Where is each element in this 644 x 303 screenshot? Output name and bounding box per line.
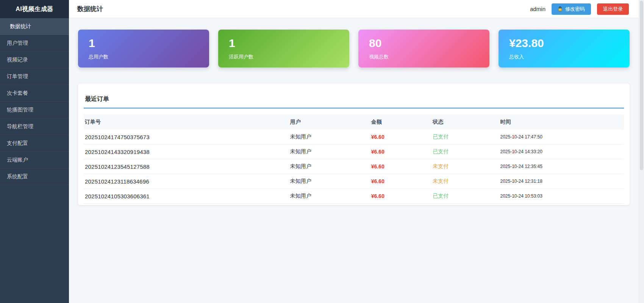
sidebar-item-label: 数据统计 — [10, 23, 31, 30]
sidebar-item-videos[interactable]: 视频记录 — [0, 52, 69, 68]
sidebar-item-label: 支付配置 — [7, 140, 28, 147]
stat-card-active-users: 1 活跃用户数 — [218, 30, 349, 68]
stat-card-total-users: 1 总用户数 — [78, 30, 209, 68]
topbar: 数据统计 admin 修改密码 退出登录 — [69, 0, 639, 18]
sidebar-item-label: 视频记录 — [7, 57, 28, 63]
logout-button[interactable]: 退出登录 — [597, 3, 629, 15]
change-password-button[interactable]: 修改密码 — [552, 3, 591, 15]
sidebar-item-system[interactable]: 系统配置 — [0, 168, 69, 185]
stat-label: 总用户数 — [89, 53, 199, 60]
time-cell: 2025-10-24 12:35:45 — [496, 159, 624, 174]
orders-column-header: 状态 — [429, 115, 496, 130]
status-cell: 已支付 — [429, 130, 496, 144]
sidebar-item-label: 用户管理 — [7, 40, 28, 47]
table-row: 20251024105303606361 未知用户 ¥6.60 已支付 2025… — [84, 189, 624, 204]
user-cell: 未知用户 — [286, 189, 367, 204]
amount-cell: ¥6.60 — [367, 189, 429, 204]
user-cell: 未知用户 — [286, 174, 367, 189]
order-number-cell: 20251024123118634696 — [84, 174, 286, 189]
sidebar-item-banners[interactable]: 轮播图管理 — [0, 102, 69, 118]
order-number-cell: 20251024123545127588 — [84, 159, 286, 174]
user-cell: 未知用户 — [286, 130, 367, 144]
page-title: 数据统计 — [77, 5, 103, 13]
app-root: AI视频生成器 数据统计 用户管理 视频记录 订单管理 次 — [0, 0, 644, 303]
sidebar-item-label: 轮播图管理 — [7, 107, 33, 113]
sidebar-item-label: 次卡套餐 — [7, 90, 28, 97]
time-cell: 2025-10-24 10:53:03 — [496, 189, 624, 204]
table-row: 20251024174750375673 未知用户 ¥6.60 已支付 2025… — [84, 130, 624, 144]
scrollbar-thumb[interactable] — [640, 1, 643, 170]
change-password-label: 修改密码 — [565, 6, 585, 13]
time-cell: 2025-10-24 12:31:18 — [496, 174, 624, 189]
topbar-right: admin 修改密码 退出登录 — [530, 3, 629, 15]
time-cell: 2025-10-24 14:33:20 — [496, 144, 624, 159]
sidebar-item-label: 系统配置 — [7, 173, 28, 180]
status-cell: 已支付 — [429, 189, 496, 204]
stat-label: 总收入 — [509, 53, 619, 60]
content: 1 总用户数 1 活跃用户数 80 视频总数 ¥23.80 — [69, 18, 639, 303]
sidebar-item-cloud[interactable]: 云端账户 — [0, 152, 69, 168]
order-number-cell: 20251024174750375673 — [84, 130, 286, 144]
table-row: 20251024143320919438 未知用户 ¥6.60 已支付 2025… — [84, 144, 624, 159]
app-logo: AI视频生成器 — [0, 0, 69, 18]
sidebar-item-label: 导航栏管理 — [7, 123, 33, 130]
amount-cell: ¥6.60 — [367, 159, 429, 174]
table-row: 20251024123545127588 未知用户 ¥6.60 未支付 2025… — [84, 159, 624, 174]
stat-value: 80 — [369, 37, 479, 49]
orders-table-head: 订单号 用户 金额 状态 时间 — [84, 115, 624, 130]
logout-label: 退出登录 — [603, 6, 623, 13]
stat-card-total-videos: 80 视频总数 — [358, 30, 489, 68]
sidebar-item-payment[interactable]: 支付配置 — [0, 135, 69, 152]
stat-card-row: 1 总用户数 1 活跃用户数 80 视频总数 ¥23.80 — [78, 30, 630, 68]
sidebar-item-navbar[interactable]: 导航栏管理 — [0, 118, 69, 135]
status-cell: 未支付 — [429, 159, 496, 174]
sidebar-item-users[interactable]: 用户管理 — [0, 35, 69, 52]
orders-column-header: 订单号 — [84, 115, 286, 130]
main-area: 数据统计 admin 修改密码 退出登录 — [69, 0, 639, 303]
orders-column-header: 用户 — [286, 115, 367, 130]
user-cell: 未知用户 — [286, 159, 367, 174]
sidebar-item-label: 云端账户 — [7, 157, 28, 163]
sidebar: AI视频生成器 数据统计 用户管理 视频记录 订单管理 次 — [0, 0, 69, 303]
recent-orders-title: 最近订单 — [84, 95, 624, 108]
order-number-cell: 20251024105303606361 — [84, 189, 286, 204]
orders-column-header: 时间 — [496, 115, 624, 130]
lock-icon — [558, 6, 563, 11]
stat-card-total-revenue: ¥23.80 总收入 — [499, 30, 630, 68]
stat-label: 活跃用户数 — [229, 53, 339, 60]
scrollbar[interactable] — [639, 0, 644, 303]
sidebar-item-stats[interactable]: 数据统计 — [0, 18, 69, 35]
sidebar-item-orders[interactable]: 订单管理 — [0, 68, 69, 85]
status-cell: 已支付 — [429, 144, 496, 159]
sidebar-item-label: 订单管理 — [7, 73, 28, 80]
stat-value: 1 — [229, 37, 339, 49]
orders-column-header: 金额 — [367, 115, 429, 130]
stat-label: 视频总数 — [369, 53, 479, 60]
table-row: 20251024123118634696 未知用户 ¥6.60 未支付 2025… — [84, 174, 624, 189]
amount-cell: ¥6.60 — [367, 174, 429, 189]
orders-table: 订单号 用户 金额 状态 时间 — [84, 115, 624, 204]
recent-orders-card: 最近订单 订单号 用户 金额 — [78, 83, 630, 205]
sidebar-nav: 数据统计 用户管理 视频记录 订单管理 次卡套餐 — [0, 18, 69, 185]
username-label: admin — [530, 6, 546, 12]
user-cell: 未知用户 — [286, 144, 367, 159]
stat-value: 1 — [89, 37, 199, 49]
time-cell: 2025-10-24 17:47:50 — [496, 130, 624, 144]
sidebar-item-packages[interactable]: 次卡套餐 — [0, 85, 69, 102]
amount-cell: ¥6.60 — [367, 130, 429, 144]
stat-value: ¥23.80 — [509, 37, 619, 49]
amount-cell: ¥6.60 — [367, 144, 429, 159]
status-cell: 未支付 — [429, 174, 496, 189]
orders-table-body: 20251024174750375673 未知用户 ¥6.60 已支付 2025… — [84, 130, 624, 204]
order-number-cell: 20251024143320919438 — [84, 144, 286, 159]
